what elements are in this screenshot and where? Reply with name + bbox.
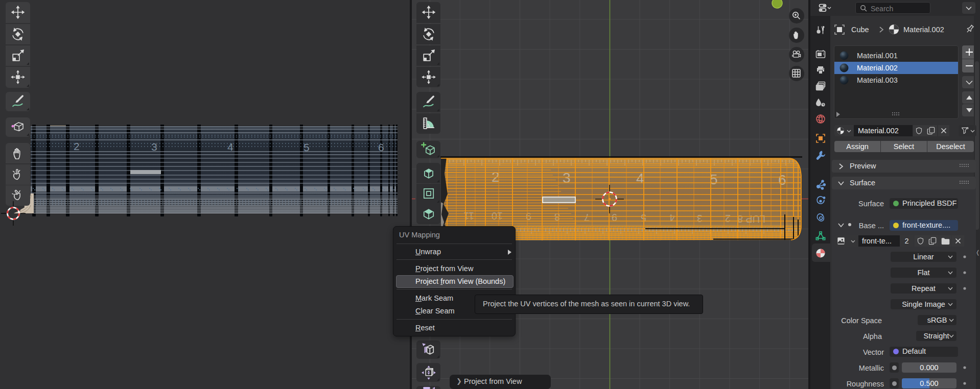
svg-text:4: 4 [227,141,234,153]
svg-text:LUP 8: LUP 8 [737,213,765,225]
svg-text:3: 3 [697,213,703,224]
svg-text:6: 6 [378,141,384,153]
svg-text:4: 4 [669,212,675,224]
svg-text:6: 6 [778,172,786,188]
svg-text:10: 10 [492,210,503,222]
svg-text:2: 2 [725,213,731,224]
svg-text:5: 5 [304,141,310,153]
svg-text:2: 2 [74,140,80,152]
svg-text:3: 3 [151,141,157,153]
